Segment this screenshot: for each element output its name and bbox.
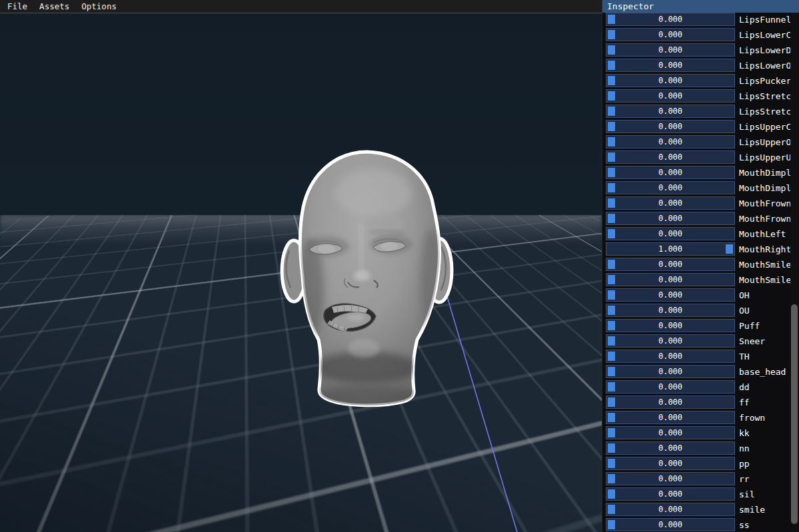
blendshape-slider[interactable]: 0.000 <box>606 304 735 317</box>
blendshape-row: 0.000kk <box>606 426 799 439</box>
blendshape-label: MouthSmile_ <box>739 275 791 285</box>
blendshape-slider[interactable]: 0.000 <box>606 411 735 424</box>
blendshape-slider[interactable]: 0.000 <box>606 28 735 41</box>
blendshape-label: ff <box>739 398 791 407</box>
scrollbar-thumb[interactable] <box>791 304 798 524</box>
blendshape-row: 0.000LipsUpperUp <box>606 150 799 164</box>
slider-value: 0.000 <box>606 197 734 209</box>
viewport-3d[interactable] <box>0 13 602 532</box>
slider-value: 0.000 <box>606 350 734 362</box>
blendshape-row: 0.000LipsPucker <box>606 74 799 87</box>
blendshape-slider[interactable]: 0.000 <box>606 350 735 363</box>
head-model[interactable] <box>273 145 460 411</box>
blendshape-slider[interactable]: 0.000 <box>606 441 735 455</box>
blendshape-slider[interactable]: 0.000 <box>606 319 735 332</box>
blendshape-slider[interactable]: 0.000 <box>606 503 735 516</box>
slider-value: 1.000 <box>606 243 734 255</box>
slider-value: 0.000 <box>606 289 734 301</box>
blendshape-label: LipsStretch <box>739 107 791 117</box>
blendshape-label: LipsLowerOp <box>739 61 791 71</box>
menu-item-file[interactable]: File <box>1 0 33 13</box>
blendshape-row: 0.000Sneer <box>606 334 799 348</box>
inspector-scrollbar[interactable] <box>790 13 798 532</box>
blendshape-row: 0.000LipsUpperCl <box>606 120 799 133</box>
blendshape-label: LipsLowerDo <box>739 45 791 55</box>
blendshape-slider[interactable]: 0.000 <box>606 43 735 57</box>
blendshape-slider[interactable]: 0.000 <box>606 135 735 148</box>
slider-value: 0.000 <box>606 381 734 393</box>
blendshape-row: 0.000LipsLowerOp <box>606 59 799 72</box>
slider-value: 0.000 <box>606 136 734 148</box>
blendshape-label: ss <box>739 520 791 530</box>
blendshape-label: LipsUpperOp <box>739 137 791 147</box>
blendshape-row: 0.000LipsFunnel <box>606 13 799 26</box>
blendshape-label: LipsLowerCl <box>739 30 791 40</box>
blendshape-row: 0.000TH <box>606 350 799 363</box>
blendshape-slider[interactable]: 0.000 <box>606 334 735 348</box>
blendshape-list: 0.000LipsFunnel0.000LipsLowerCl0.000Lips… <box>602 13 799 532</box>
blendshape-slider[interactable]: 0.000 <box>606 487 735 501</box>
blendshape-label: nn <box>739 443 791 453</box>
blendshape-slider[interactable]: 0.000 <box>606 365 735 378</box>
blendshape-slider[interactable]: 0.000 <box>606 181 735 194</box>
blendshape-label: MouthFrown_ <box>739 214 791 224</box>
blendshape-slider[interactable]: 0.000 <box>606 288 735 302</box>
blendshape-slider[interactable]: 0.000 <box>606 196 735 210</box>
blendshape-slider[interactable]: 0.000 <box>606 166 735 179</box>
blendshape-row: 0.000LipsStretch <box>606 89 799 103</box>
blendshape-slider[interactable]: 0.000 <box>606 150 735 164</box>
slider-value: 0.000 <box>606 519 734 531</box>
blendshape-slider[interactable]: 0.000 <box>606 258 735 271</box>
slider-value: 0.000 <box>606 258 734 270</box>
slider-value: 0.000 <box>606 427 734 439</box>
blendshape-slider[interactable]: 0.000 <box>606 212 735 225</box>
blendshape-slider[interactable]: 0.000 <box>606 59 735 72</box>
slider-value: 0.000 <box>606 274 734 286</box>
slider-value: 0.000 <box>606 488 734 500</box>
blendshape-slider[interactable]: 0.000 <box>606 518 735 531</box>
blendshape-row: 0.000frown <box>606 411 799 424</box>
blendshape-row: 0.000sil <box>606 487 799 501</box>
blendshape-row: 0.000ss <box>606 518 799 531</box>
blendshape-slider[interactable]: 1.000 <box>606 242 735 256</box>
blendshape-row: 0.000LipsLowerDo <box>606 43 799 57</box>
blendshape-slider[interactable]: 0.000 <box>606 380 735 394</box>
blendshape-row: 0.000ff <box>606 396 799 409</box>
slider-value: 0.000 <box>606 442 734 454</box>
menu-item-assets[interactable]: Assets <box>33 0 75 13</box>
blendshape-label: OU <box>739 306 791 316</box>
blendshape-slider[interactable]: 0.000 <box>606 89 735 103</box>
blendshape-row: 0.000MouthDimple <box>606 166 799 179</box>
menu-item-options[interactable]: Options <box>75 0 123 13</box>
slider-value: 0.000 <box>606 105 734 117</box>
blendshape-row: 0.000LipsStretch <box>606 105 799 118</box>
slider-value: 0.000 <box>606 29 734 41</box>
blendshape-slider[interactable]: 0.000 <box>606 426 735 439</box>
blendshape-label: LipsFunnel <box>739 15 791 25</box>
inspector-panel: Inspector 0.000LipsFunnel0.000LipsLowerC… <box>602 0 799 532</box>
blendshape-slider[interactable]: 0.000 <box>606 273 735 286</box>
slider-value: 0.000 <box>606 304 734 316</box>
slider-value: 0.000 <box>606 366 734 378</box>
blendshape-label: TH <box>739 352 791 362</box>
blendshape-label: sil <box>739 489 791 499</box>
slider-value: 0.000 <box>606 320 734 332</box>
blendshape-slider[interactable]: 0.000 <box>606 120 735 133</box>
blendshape-label: LipsUpperUp <box>739 152 791 162</box>
slider-value: 0.000 <box>606 411 734 423</box>
slider-value: 0.000 <box>606 503 734 515</box>
blendshape-slider[interactable]: 0.000 <box>606 396 735 409</box>
blendshape-slider[interactable]: 0.000 <box>606 105 735 118</box>
blendshape-label: MouthRight <box>739 244 791 254</box>
blendshape-label: OH <box>739 290 791 300</box>
blendshape-row: 0.000OH <box>606 288 799 302</box>
blendshape-label: dd <box>739 382 791 392</box>
blendshape-slider[interactable]: 0.000 <box>606 457 735 470</box>
app-window: FileAssetsOptions <box>0 0 799 532</box>
slider-value: 0.000 <box>606 335 734 347</box>
blendshape-slider[interactable]: 0.000 <box>606 472 735 485</box>
blendshape-slider[interactable]: 0.000 <box>606 227 735 240</box>
blendshape-row: 0.000LipsLowerCl <box>606 28 799 41</box>
blendshape-slider[interactable]: 0.000 <box>606 74 735 87</box>
blendshape-slider[interactable]: 0.000 <box>606 13 735 26</box>
